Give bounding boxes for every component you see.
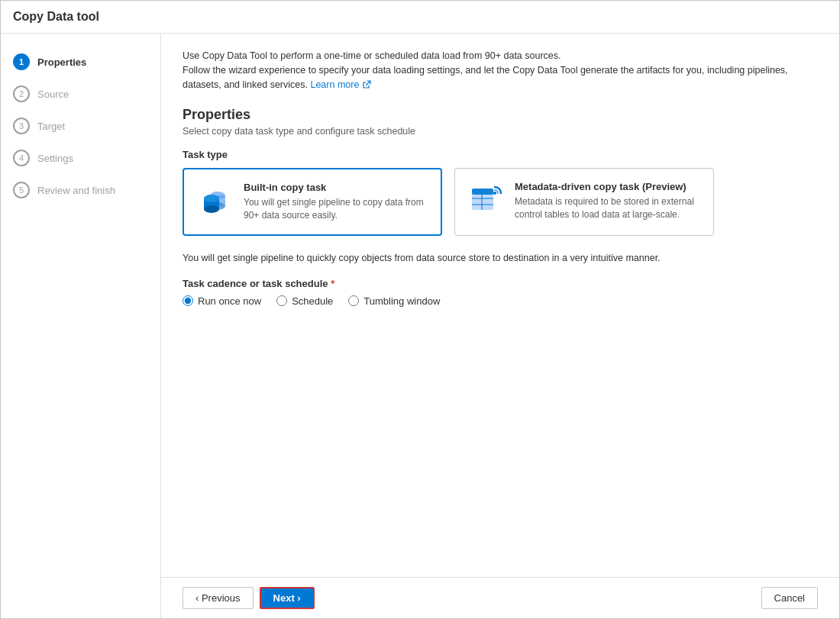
builtin-icon [196, 182, 233, 218]
next-icon: › [295, 592, 301, 604]
sidebar: 1 Properties 2 Source 3 Target 4 [1, 34, 161, 618]
radio-tumbling-label: Tumbling window [363, 295, 440, 307]
info-line1: Use Copy Data Tool to perform a one-time… [183, 50, 561, 61]
section-subtitle: Select copy data task type and configure… [183, 126, 818, 137]
metadata-card-desc: Metadata is required to be stored in ext… [515, 195, 701, 221]
external-link-icon [362, 80, 371, 89]
previous-button[interactable]: ‹ Previous [183, 587, 254, 609]
app-title: Copy Data tool [13, 10, 99, 23]
sidebar-label-source: Source [37, 89, 69, 100]
step-num-3: 3 [13, 118, 30, 134]
radio-schedule[interactable]: Schedule [276, 295, 333, 307]
sidebar-item-source[interactable]: 2 Source [1, 78, 160, 110]
radio-tumbling-input[interactable] [348, 295, 359, 306]
radio-group: Run once now Schedule Tumbling window [183, 295, 818, 307]
metadata-icon [467, 181, 504, 218]
sidebar-label-review: Review and finish [37, 185, 115, 196]
pipeline-desc: You will get single pipeline to quickly … [183, 251, 818, 266]
builtin-card-title: Built-in copy task [244, 182, 428, 193]
radio-run-once[interactable]: Run once now [183, 295, 261, 307]
builtin-card-desc: You will get single pipeline to copy dat… [244, 196, 428, 222]
sidebar-label-properties: Properties [37, 56, 86, 68]
radio-run-once-label: Run once now [198, 295, 261, 307]
svg-point-6 [204, 195, 219, 202]
main-content: 1 Properties 2 Source 3 Target 4 [1, 34, 839, 618]
sidebar-item-properties[interactable]: 1 Properties [1, 46, 160, 78]
task-cadence-label: Task cadence or task schedule * [183, 278, 818, 289]
sidebar-item-target[interactable]: 3 Target [1, 110, 160, 142]
radio-schedule-label: Schedule [292, 295, 333, 307]
radio-run-once-input[interactable] [183, 295, 193, 306]
learn-more-link[interactable]: Learn more [310, 79, 370, 90]
metadata-card-content: Metadata-driven copy task (Preview) Meta… [515, 181, 701, 221]
next-button[interactable]: Next › [260, 587, 315, 609]
builtin-card-content: Built-in copy task You will get single p… [244, 182, 428, 222]
metadata-task-icon [467, 181, 504, 218]
task-type-label: Task type [183, 149, 818, 160]
panel-footer: ‹ Previous Next › Cancel [161, 577, 839, 618]
app-container: Copy Data tool 1 Properties 2 Source 3 [0, 0, 840, 619]
builtin-task-icon [196, 182, 233, 218]
step-num-5: 5 [13, 182, 30, 198]
panel: Use Copy Data Tool to perform a one-time… [161, 34, 839, 618]
step-num-1: 1 [13, 53, 30, 70]
panel-body: Use Copy Data Tool to perform a one-time… [161, 34, 839, 577]
cancel-button[interactable]: Cancel [761, 587, 818, 609]
svg-rect-11 [481, 189, 483, 210]
svg-point-5 [204, 205, 219, 213]
task-card-builtin[interactable]: Built-in copy task You will get single p… [183, 168, 442, 236]
info-banner: Use Copy Data Tool to perform a one-time… [183, 49, 818, 92]
required-asterisk: * [328, 278, 335, 289]
task-cards: Built-in copy task You will get single p… [183, 168, 818, 236]
sidebar-label-settings: Settings [37, 153, 73, 164]
radio-schedule-input[interactable] [276, 295, 287, 306]
metadata-card-title: Metadata-driven copy task (Preview) [515, 181, 701, 192]
step-num-4: 4 [13, 150, 30, 166]
svg-point-12 [493, 192, 496, 195]
sidebar-item-review[interactable]: 5 Review and finish [1, 174, 160, 206]
info-line2: Follow the wizard experience to specify … [183, 65, 788, 90]
sidebar-item-settings[interactable]: 4 Settings [1, 142, 160, 174]
section-title: Properties [183, 107, 818, 123]
sidebar-label-target: Target [37, 121, 65, 132]
previous-icon: ‹ [195, 592, 202, 604]
radio-tumbling[interactable]: Tumbling window [348, 295, 440, 307]
task-card-metadata[interactable]: Metadata-driven copy task (Preview) Meta… [454, 168, 714, 236]
title-bar: Copy Data tool [1, 1, 839, 34]
step-num-2: 2 [13, 85, 30, 102]
